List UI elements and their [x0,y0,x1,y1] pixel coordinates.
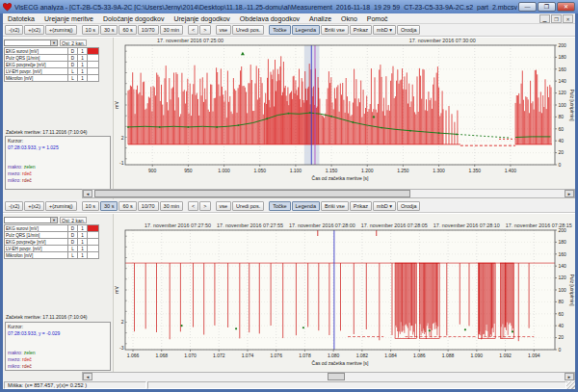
toolbar-button-legenda[interactable]: Legenda [292,25,320,35]
table-row[interactable]: Mikrofon [mV]L1 [5,252,99,259]
channel-visible-flag[interactable]: 1 [78,246,88,252]
table-row[interactable]: Mikrofon [mV]L1 [5,75,99,82]
table-row[interactable]: EKG povprečje [mV]D1 [5,62,99,68]
close-button[interactable]: ✕ [557,2,575,12]
mdi-close-icon[interactable]: ✕ [563,14,573,23]
menu-item-obdelava-dogodkov[interactable]: Obdelava dogodkov [235,13,304,24]
toolbar-button-10-70[interactable]: 10/70 [138,25,159,35]
toolbar-button-prikaz[interactable]: Prikaz [350,25,372,35]
channel-axis-flag[interactable]: D [68,48,78,55]
channel-color-swatch[interactable] [88,225,99,232]
minimize-button[interactable]: — [518,2,537,12]
toolbar-button-30-s[interactable]: 30 s [100,201,118,211]
channel-axis-flag[interactable]: L [68,75,78,82]
toolbar-button--x2-[interactable]: -(x2) [5,201,23,211]
menu-item-datoteka[interactable]: Datoteka [3,13,39,24]
toolbar-button--[interactable]: > [199,25,210,35]
toolbar-button--[interactable]: < [188,25,198,35]
channel-axis-flag[interactable]: D [68,55,78,62]
channel-combobox[interactable]: ▼ [4,39,58,46]
channel-axis-flag[interactable]: L [68,68,78,75]
channel-visible-flag[interactable]: 1 [78,62,88,68]
channel-color-swatch[interactable] [88,232,99,239]
channel-color-swatch[interactable] [88,239,99,246]
chart-canvas[interactable]: 9009501.0001.0501.1001.1501.2001.2501.30… [114,38,575,189]
toolbar-button-orodja[interactable]: Orodja [397,201,421,211]
table-row[interactable]: Pulz QRS [1/min]D1 [5,232,99,239]
toolbar-button-to-ke[interactable]: Točke [269,201,290,211]
toolbar-button-uredi-pos-[interactable]: Uredi pos. [232,201,264,211]
scrollbar-thumb[interactable] [328,373,345,380]
channel-color-swatch[interactable] [88,252,99,259]
channel-axis-flag[interactable]: D [68,62,78,68]
toolbar-button--[interactable]: > [199,201,210,211]
toolbar-button-prikaz[interactable]: Prikaz [350,201,372,211]
channel-color-swatch[interactable] [88,246,99,252]
resize-grip-icon[interactable] [566,381,575,389]
channel-visible-flag[interactable]: 1 [78,68,88,75]
toolbar-button--zumiraj-[interactable]: +(zumiraj) [45,201,77,211]
channel-axis-flag[interactable]: L [68,246,78,252]
channel-axis-flag[interactable]: D [68,239,78,246]
toolbar-button-10-s[interactable]: 10 s [82,201,99,211]
channel-visible-flag[interactable]: 1 [78,239,88,246]
menu-item-analize[interactable]: Analize [304,13,336,24]
maximize-button[interactable]: ❐ [538,2,556,12]
toolbar-button--zumiraj-[interactable]: +(zumiraj) [45,25,77,35]
toolbar-button--x2-[interactable]: +(x2) [24,201,44,211]
scrollbar-thumb[interactable] [94,190,410,197]
scroll-left-arrow-icon[interactable]: ◄ [83,373,92,380]
channel-visible-flag[interactable]: 1 [78,232,88,239]
channel-axis-flag[interactable]: D [68,232,78,239]
channel-color-swatch[interactable] [88,48,99,55]
table-row[interactable]: LV-EH povpr. [mV]L1 [5,68,99,75]
toolbar-button-10-70[interactable]: 10/70 [138,201,159,211]
channel-visible-flag[interactable]: 1 [78,252,88,259]
channel-axis-flag[interactable]: L [68,252,78,259]
toolbar-button--x2-[interactable]: -(x2) [5,25,23,35]
toolbar-button--[interactable]: < [188,201,198,211]
toolbar-button-30-s[interactable]: 30 s [100,25,118,35]
channel-combobox[interactable]: ▼ [4,217,58,223]
table-row[interactable]: Pulz QRS [1/min]D1 [5,55,99,62]
menu-item-določanje-dogodkov[interactable]: Določanje dogodkov [98,13,169,24]
channel-color-swatch[interactable] [88,68,99,75]
toolbar-button-30-min[interactable]: 30 min [160,25,184,35]
menu-item-urejanje-meritve[interactable]: Urejanje meritve [39,13,98,24]
toolbar-button-orodja[interactable]: Orodja [397,25,421,35]
scroll-right-arrow-icon[interactable]: ► [565,190,574,197]
toolbar-button-30-min[interactable]: 30 min [160,201,184,211]
toolbar-button-legenda[interactable]: Legenda [292,201,320,211]
toolbar-button-mbd-[interactable]: mbD ▾ [373,201,396,211]
toolbar-button-mbd-[interactable]: mbD ▾ [373,25,396,35]
toolbar-button-bri-i-vse[interactable]: Briši vse [321,25,349,35]
channel-visible-flag[interactable]: 1 [78,48,88,55]
mdi-minimize-icon[interactable]: ▁ [539,14,550,23]
toolbar-button-vse[interactable]: vse [216,201,232,211]
menu-item-urejanje-dogodkov[interactable]: Urejanje dogodkov [169,13,234,24]
toolbar-button-60-s[interactable]: 60 s [118,201,136,211]
table-row[interactable]: LV-EH povpr. [mV]L1 [5,246,99,252]
menu-item-pomoč[interactable]: Pomoč [362,13,393,24]
table-row[interactable]: EKG povprečje [mV]D1 [5,239,99,246]
toolbar-button-10-s[interactable]: 10 s [82,25,99,35]
channel-axis-flag[interactable]: D [68,225,78,232]
toolbar-button--x2-[interactable]: +(x2) [24,25,44,35]
toolbar-button-60-s[interactable]: 60 s [118,25,136,35]
toolbar-button-uredi-pos-[interactable]: Uredi pos. [232,25,264,35]
horizontal-scrollbar[interactable]: ◄► [82,189,575,198]
chart-canvas[interactable]: 1.0661.0681.0701.0721.0741.0761.0781.080… [114,214,575,369]
channel-color-swatch[interactable] [88,75,99,82]
toolbar-button-bri-i-vse[interactable]: Briši vse [321,201,349,211]
table-row[interactable]: EKG surovi [mV]D1 [5,225,99,232]
scroll-left-arrow-icon[interactable]: ◄ [83,190,92,197]
channel-visible-flag[interactable]: 1 [78,225,88,232]
channel-color-swatch[interactable] [88,62,99,68]
toolbar-button-to-ke[interactable]: Točke [269,25,290,35]
mdi-restore-icon[interactable]: ❐ [551,14,562,23]
menu-item-okno[interactable]: Okno [336,13,362,24]
channel-visible-flag[interactable]: 1 [78,75,88,82]
toolbar-button-vse[interactable]: vse [216,25,232,35]
channel-visible-flag[interactable]: 1 [78,55,88,62]
channel-color-swatch[interactable] [88,55,99,62]
